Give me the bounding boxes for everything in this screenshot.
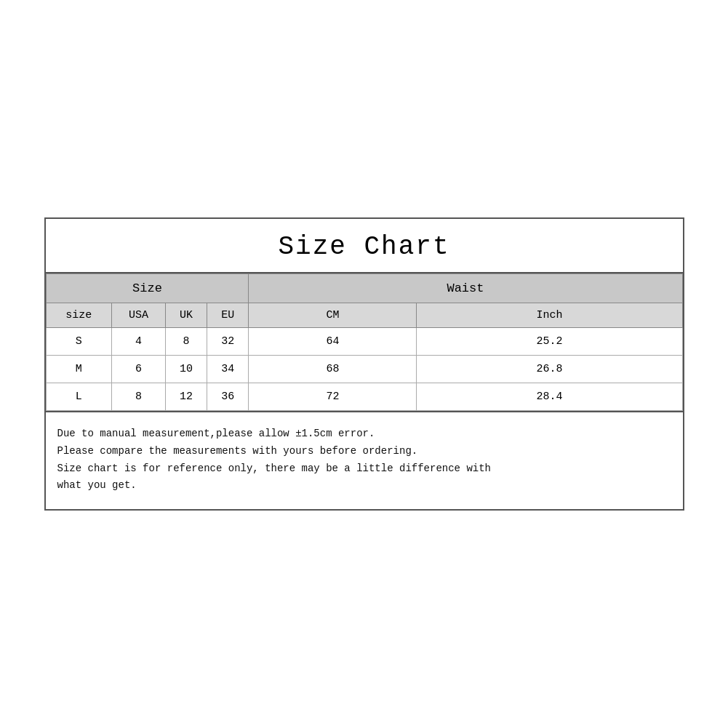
cell-usa: 4 xyxy=(112,327,166,355)
col-usa: USA xyxy=(112,303,166,327)
col-uk: UK xyxy=(165,303,207,327)
cell-uk: 12 xyxy=(165,383,207,410)
cell-eu: 36 xyxy=(207,383,249,410)
cell-cm: 68 xyxy=(249,355,417,383)
cell-inch: 26.8 xyxy=(417,355,682,383)
table-row: M610346826.8 xyxy=(46,355,682,383)
cell-inch: 28.4 xyxy=(417,383,682,410)
cell-size: M xyxy=(46,355,112,383)
cell-usa: 8 xyxy=(112,383,166,410)
size-table: Size Waist size USA UK EU CM Inch S48326… xyxy=(46,273,683,411)
table-body: S48326425.2M610346826.8L812367228.4 xyxy=(46,327,682,410)
col-eu: EU xyxy=(207,303,249,327)
header-row-1: Size Waist xyxy=(46,273,682,303)
header-row-2: size USA UK EU CM Inch xyxy=(46,303,682,327)
notes-text: Due to manual measurement,please allow ±… xyxy=(57,425,671,495)
col-cm: CM xyxy=(249,303,417,327)
table-section: Size Waist size USA UK EU CM Inch S48326… xyxy=(46,273,683,412)
cell-cm: 64 xyxy=(249,327,417,355)
col-size: size xyxy=(46,303,112,327)
cell-usa: 6 xyxy=(112,355,166,383)
cell-size: L xyxy=(46,383,112,410)
cell-cm: 72 xyxy=(249,383,417,410)
cell-size: S xyxy=(46,327,112,355)
cell-uk: 8 xyxy=(165,327,207,355)
waist-header: Waist xyxy=(249,273,682,303)
col-inch: Inch xyxy=(417,303,682,327)
table-row: L812367228.4 xyxy=(46,383,682,410)
table-row: S48326425.2 xyxy=(46,327,682,355)
notes-section: Due to manual measurement,please allow ±… xyxy=(46,412,683,509)
cell-eu: 34 xyxy=(207,355,249,383)
size-header: Size xyxy=(46,273,249,303)
chart-title: Size Chart xyxy=(46,219,683,273)
cell-inch: 25.2 xyxy=(417,327,682,355)
cell-uk: 10 xyxy=(165,355,207,383)
cell-eu: 32 xyxy=(207,327,249,355)
size-chart-container: Size Chart Size Waist size USA UK EU CM … xyxy=(44,217,684,511)
